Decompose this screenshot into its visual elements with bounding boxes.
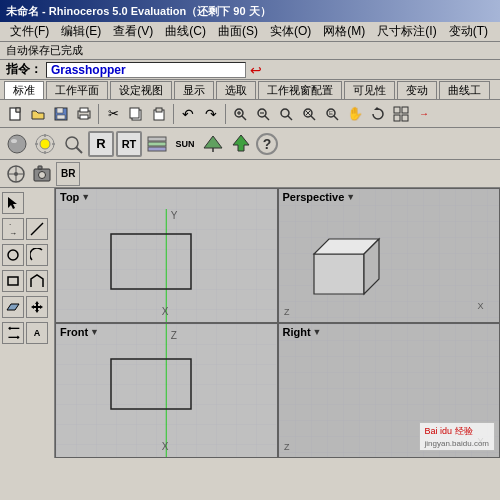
svg-text:Y: Y xyxy=(171,210,178,221)
vp-top-dropdown[interactable]: ▼ xyxy=(81,192,90,202)
vp-perspective-title[interactable]: Perspective ▼ xyxy=(283,191,356,203)
menu-bar: 文件(F) 编辑(E) 查看(V) 曲线(C) 曲面(S) 实体(O) 网格(M… xyxy=(0,22,500,42)
svg-rect-11 xyxy=(156,108,162,112)
rb-help[interactable]: ? xyxy=(256,133,278,155)
svg-rect-57 xyxy=(8,277,18,285)
arrow-indicator: ↩ xyxy=(250,62,262,78)
tab-visibility[interactable]: 可见性 xyxy=(344,81,395,99)
tab-setview[interactable]: 设定视图 xyxy=(110,81,172,99)
tab-transform[interactable]: 变动 xyxy=(397,81,437,99)
tb-new[interactable] xyxy=(4,103,26,125)
tb-print[interactable] xyxy=(73,103,95,125)
menu-file[interactable]: 文件(F) xyxy=(4,21,55,42)
rb-search[interactable] xyxy=(60,131,86,157)
tb-undo[interactable]: ↶ xyxy=(177,103,199,125)
sep2 xyxy=(173,104,174,124)
tab-standard[interactable]: 标准 xyxy=(4,81,44,99)
sm-compass[interactable] xyxy=(4,162,28,186)
tb-cut[interactable]: ✂ xyxy=(102,103,124,125)
rb-r[interactable]: R xyxy=(88,131,114,157)
svg-rect-9 xyxy=(130,108,139,118)
tool-circle[interactable] xyxy=(2,244,24,266)
rb-material[interactable] xyxy=(4,131,30,157)
tab-viewport-config[interactable]: 工作视窗配置 xyxy=(258,81,342,99)
svg-text:X: X xyxy=(162,306,169,317)
tb-zoom1[interactable] xyxy=(229,103,251,125)
menu-dimension[interactable]: 尺寸标注(I) xyxy=(371,21,442,42)
rb-sun[interactable]: SUN xyxy=(172,131,198,157)
tb-open[interactable] xyxy=(27,103,49,125)
vp-perspective-dropdown[interactable]: ▼ xyxy=(346,192,355,202)
svg-line-20 xyxy=(288,116,292,120)
vp-front-dropdown[interactable]: ▼ xyxy=(90,327,99,337)
svg-point-56 xyxy=(8,250,18,260)
vp-right-title[interactable]: Right ▼ xyxy=(283,326,322,338)
menu-mesh[interactable]: 网格(M) xyxy=(317,21,371,42)
menu-edit[interactable]: 编辑(E) xyxy=(55,21,107,42)
menu-solid[interactable]: 实体(O) xyxy=(264,21,317,42)
tb-zoom3[interactable] xyxy=(275,103,297,125)
svg-line-17 xyxy=(265,116,269,120)
tab-bar: 标准 工作平面 设定视图 显示 选取 工作视窗配置 可见性 变动 曲线工 xyxy=(0,80,500,100)
svg-line-22 xyxy=(311,116,315,120)
tb-grid[interactable] xyxy=(390,103,412,125)
tool-rect[interactable] xyxy=(2,270,24,292)
sm-camera[interactable] xyxy=(30,162,54,186)
tool-poly[interactable] xyxy=(26,270,48,292)
svg-text:Z: Z xyxy=(284,307,290,317)
menu-curve[interactable]: 曲线(C) xyxy=(159,21,212,42)
rb-tree[interactable] xyxy=(228,131,254,157)
viewport-front[interactable]: X Z Front ▼ xyxy=(55,323,278,458)
tool-point[interactable]: ·→ xyxy=(2,218,24,240)
svg-point-50 xyxy=(14,172,18,176)
rb-light[interactable] xyxy=(32,131,58,157)
viewport-perspective[interactable]: Z X Perspective ▼ xyxy=(278,188,501,323)
viewport-top[interactable]: X Y Top ▼ xyxy=(55,188,278,323)
svg-rect-53 xyxy=(38,166,42,169)
tb-zoom4[interactable] xyxy=(298,103,320,125)
tool-text[interactable]: A xyxy=(26,322,48,344)
command-input[interactable] xyxy=(46,62,246,78)
vp-top-title[interactable]: Top ▼ xyxy=(60,191,90,203)
tool-arc[interactable] xyxy=(26,244,48,266)
svg-rect-1 xyxy=(16,108,20,112)
tb-pan[interactable]: ✋ xyxy=(344,103,366,125)
menu-surface[interactable]: 曲面(S) xyxy=(212,21,264,42)
toolbar-standard: ✂ ↶ ↷ E ✋ → xyxy=(0,100,500,128)
rb-ground[interactable] xyxy=(200,131,226,157)
tool-surface[interactable] xyxy=(2,296,24,318)
svg-line-40 xyxy=(76,147,82,153)
tab-curvework[interactable]: 曲线工 xyxy=(439,81,490,99)
svg-point-33 xyxy=(40,139,50,149)
menu-transform[interactable]: 变动(T) xyxy=(443,21,494,42)
tool-move[interactable] xyxy=(26,296,48,318)
vp-right-dropdown[interactable]: ▼ xyxy=(313,327,322,337)
tb-redo[interactable]: ↷ xyxy=(200,103,222,125)
tab-workplane[interactable]: 工作平面 xyxy=(46,81,108,99)
tb-rotate[interactable] xyxy=(367,103,389,125)
tool-line[interactable] xyxy=(26,218,48,240)
tb-snap[interactable]: → xyxy=(413,103,435,125)
menu-view[interactable]: 查看(V) xyxy=(107,21,159,42)
rb-rt[interactable]: RT xyxy=(116,131,142,157)
viewports-grid: X Y Top ▼ Z X xyxy=(55,188,500,458)
viewport-right[interactable]: Z Y Bai idu 经验 jingyan.baidu.com Right ▼ xyxy=(278,323,501,458)
svg-marker-58 xyxy=(31,301,43,313)
status-bar: 自动保存已完成 xyxy=(0,42,500,60)
tb-zoom2[interactable] xyxy=(252,103,274,125)
menu-help[interactable]: 说明(H) xyxy=(494,21,500,42)
tool-dim[interactable]: ⟵⟶ xyxy=(2,322,24,344)
tb-zoom5[interactable]: E xyxy=(321,103,343,125)
vp-front-title[interactable]: Front ▼ xyxy=(60,326,99,338)
tb-copy[interactable] xyxy=(125,103,147,125)
tab-select[interactable]: 选取 xyxy=(216,81,256,99)
svg-line-13 xyxy=(242,116,246,120)
sm-br-label[interactable]: BR xyxy=(56,162,80,186)
svg-point-32 xyxy=(11,139,17,143)
tb-paste[interactable] xyxy=(148,103,170,125)
watermark: Bai idu 经验 jingyan.baidu.com xyxy=(419,422,495,451)
rb-layers[interactable] xyxy=(144,131,170,157)
tab-display[interactable]: 显示 xyxy=(174,81,214,99)
tb-save[interactable] xyxy=(50,103,72,125)
tool-select-arrow[interactable] xyxy=(2,192,24,214)
